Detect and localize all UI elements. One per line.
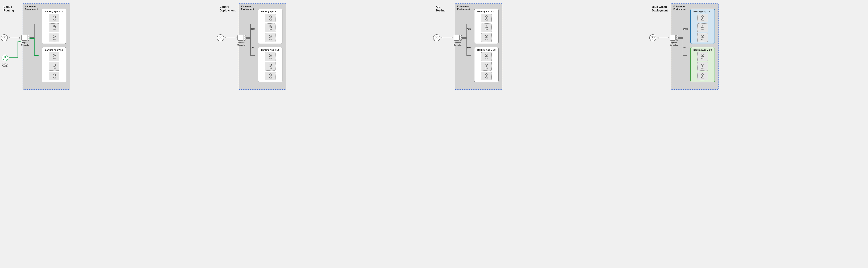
- cube-icon: [485, 54, 488, 57]
- pod-label: Pod: [53, 67, 56, 69]
- pod: Pod: [698, 33, 708, 42]
- app-title: Banking App V 1.7: [45, 10, 63, 13]
- pod: Pod: [698, 14, 708, 22]
- pod-label: Pod: [53, 38, 56, 40]
- app-group-v18: Banking App V 1.8 Pod Pod Pod: [474, 47, 499, 82]
- left-actors: IngressController 50% 50%: [433, 4, 471, 89]
- pod: Pod: [698, 24, 708, 32]
- pod: Pod: [49, 33, 59, 42]
- pod-label: Pod: [485, 29, 488, 31]
- pod-label: Pod: [701, 67, 704, 69]
- connector-lines: [0, 4, 38, 89]
- scenario-debug-routing: DebugRouting KubernetesEnvironment Banki…: [3, 3, 216, 90]
- ingress-controller: IngressController: [237, 35, 246, 46]
- scenario-title: CanaryDeployment: [220, 3, 237, 12]
- app-group-v17: Banking App V 1.7 Pod Pod Pod: [42, 9, 66, 44]
- ingress-controller: IngressController: [670, 35, 678, 46]
- app-group-v18: Banking App V 1.8 Pod Pod Pod: [258, 47, 282, 82]
- diagram: KubernetesEnvironment Banking App V 1.7 …: [23, 3, 70, 90]
- pod-label: Pod: [269, 19, 272, 21]
- cube-icon: [701, 54, 704, 57]
- diagram: KubernetesEnvironment Banking App V 1.7 …: [239, 3, 286, 90]
- app-title: Banking App V 1.7: [693, 10, 712, 13]
- connector-lines: [649, 4, 687, 89]
- connector-lines: [216, 4, 255, 89]
- traffic-percent-top: 99%: [251, 28, 255, 31]
- app-title: Banking App V 1.8: [261, 49, 279, 51]
- pod-label: Pod: [485, 19, 488, 21]
- cube-icon: [269, 25, 272, 28]
- pod: Pod: [698, 52, 708, 61]
- left-actors: AdminCookie IngressController: [0, 4, 38, 89]
- svg-point-8: [2, 55, 8, 61]
- pod-label: Pod: [53, 77, 56, 79]
- ingress-label: IngressController: [454, 42, 462, 46]
- users-icon: [216, 34, 224, 41]
- svg-marker-25: [668, 37, 669, 38]
- pod: Pod: [698, 72, 708, 80]
- cube-icon: [485, 25, 488, 28]
- pod: Pod: [265, 33, 276, 42]
- pod: Pod: [481, 62, 492, 71]
- pod-label: Pod: [269, 38, 272, 40]
- env-label: KubernetesEnvironment: [673, 5, 686, 10]
- cube-icon: [53, 73, 56, 77]
- cube-icon: [701, 63, 704, 67]
- svg-point-21: [433, 34, 440, 41]
- pod: Pod: [481, 33, 492, 42]
- kubernetes-environment: KubernetesEnvironment Banking App V 1.7 …: [455, 3, 502, 90]
- cube-icon: [701, 25, 704, 28]
- cube-icon: [485, 35, 488, 38]
- scenario-canary: CanaryDeployment KubernetesEnvironment B…: [220, 3, 432, 90]
- users-icon: [433, 34, 441, 41]
- ingress-icon: [454, 35, 462, 41]
- pod-label: Pod: [485, 67, 488, 69]
- scenario-title: Blue-GreenDeployment: [652, 3, 669, 12]
- scenario-ab-testing: A/BTesting KubernetesEnvironment Banking…: [436, 3, 648, 90]
- app-group-v17: Banking App V 1.7 Pod Pod Pod: [474, 9, 499, 44]
- scenario-title: DebugRouting: [3, 3, 21, 12]
- cube-icon: [53, 15, 56, 19]
- ingress-label: IngressController: [237, 42, 246, 46]
- pod-label: Pod: [53, 29, 56, 31]
- svg-marker-10: [225, 37, 226, 38]
- cube-icon: [269, 54, 272, 57]
- pod-label: Pod: [269, 77, 272, 79]
- ingress-controller: IngressController: [454, 35, 462, 46]
- pod-label: Pod: [485, 58, 488, 59]
- pod: Pod: [698, 62, 708, 71]
- cube-icon: [269, 63, 272, 67]
- app-group-v18-green: Banking App V 1.8 Pod Pod Pod: [690, 47, 715, 82]
- app-title: Banking App V 1.8: [477, 49, 496, 51]
- svg-marker-24: [657, 37, 658, 38]
- app-group-v17-blue: Banking App V 1.7 Pod Pod Pod: [690, 9, 715, 44]
- pod: Pod: [481, 52, 492, 61]
- app-title: Banking App V 1.7: [261, 10, 279, 13]
- kubernetes-environment: KubernetesEnvironment Banking App V 1.7 …: [239, 3, 286, 90]
- diagram: KubernetesEnvironment Banking App V 1.7 …: [671, 3, 718, 90]
- env-label: KubernetesEnvironment: [457, 5, 470, 10]
- admin-icon: AdminCookie: [1, 55, 8, 67]
- pod: Pod: [265, 14, 276, 22]
- cube-icon: [53, 63, 56, 67]
- connector-lines: [433, 4, 471, 89]
- pod: Pod: [49, 24, 59, 32]
- cube-icon: [485, 63, 488, 67]
- ingress-icon: [670, 35, 678, 41]
- cube-icon: [701, 35, 704, 38]
- scenario-title: A/BTesting: [436, 3, 453, 12]
- pod-label: Pod: [53, 19, 56, 21]
- pod: Pod: [265, 72, 276, 80]
- cube-icon: [53, 25, 56, 28]
- cube-icon: [701, 73, 704, 77]
- pod: Pod: [481, 14, 492, 22]
- app-title: Banking App V 1.7: [477, 10, 496, 13]
- pod: Pod: [481, 72, 492, 80]
- cube-icon: [269, 15, 272, 19]
- pod-label: Pod: [269, 67, 272, 69]
- svg-point-5: [1, 34, 8, 41]
- cube-icon: [53, 35, 56, 38]
- cube-icon: [485, 73, 488, 77]
- left-actors: IngressController 100% 0%: [649, 4, 687, 89]
- cube-icon: [269, 73, 272, 77]
